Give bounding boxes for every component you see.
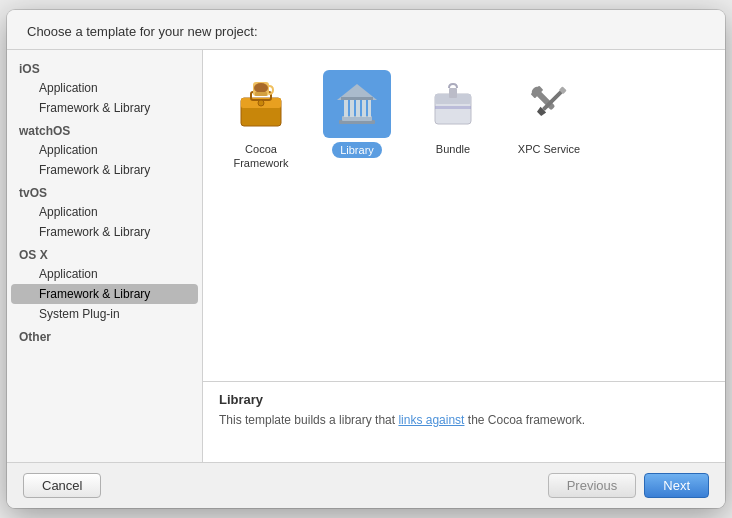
sidebar-item-tv-application[interactable]: Application	[11, 202, 198, 222]
template-grid: Cocoa Framework Library Bundle	[203, 50, 725, 382]
main-content: Cocoa Framework Library Bundle	[203, 50, 725, 462]
sidebar: iOSApplicationFramework & LibrarywatchOS…	[7, 50, 203, 462]
previous-button[interactable]: Previous	[548, 473, 637, 498]
cancel-button[interactable]: Cancel	[23, 473, 101, 498]
template-label-xpc-service: XPC Service	[518, 142, 580, 156]
template-label-cocoa-framework: Cocoa Framework	[233, 142, 288, 171]
svg-point-5	[254, 83, 268, 93]
template-label-library: Library	[332, 142, 382, 158]
sidebar-group-ios: iOS	[7, 56, 202, 78]
template-icon-bundle	[419, 70, 487, 138]
template-icon-xpc-service	[515, 70, 583, 138]
svg-rect-9	[344, 98, 348, 117]
svg-rect-11	[356, 98, 360, 117]
description-text-before: This template builds a library that	[219, 413, 398, 427]
sidebar-item-tv-framework[interactable]: Framework & Library	[11, 222, 198, 242]
footer-right: Previous Next	[548, 473, 709, 498]
sidebar-item-osx-framework[interactable]: Framework & Library	[11, 284, 198, 304]
description-text: This template builds a library that link…	[219, 411, 709, 429]
sidebar-item-ios-application[interactable]: Application	[11, 78, 198, 98]
dialog-body: iOSApplicationFramework & LibrarywatchOS…	[7, 50, 725, 462]
svg-rect-13	[368, 98, 371, 117]
svg-rect-6	[255, 92, 267, 96]
template-item-xpc-service[interactable]: XPC Service	[507, 64, 591, 162]
description-title: Library	[219, 392, 709, 407]
description-link[interactable]: links against	[398, 413, 464, 427]
main-dialog: Choose a template for your new project: …	[7, 10, 725, 508]
description-text-after: the Cocoa framework.	[464, 413, 585, 427]
svg-rect-10	[350, 98, 354, 117]
sidebar-item-watch-application[interactable]: Application	[11, 140, 198, 160]
sidebar-group-watchos: watchOS	[7, 118, 202, 140]
template-item-cocoa-framework[interactable]: Cocoa Framework	[219, 64, 303, 177]
dialog-footer: Cancel Previous Next	[7, 462, 725, 508]
template-item-bundle[interactable]: Bundle	[411, 64, 495, 162]
sidebar-item-ios-framework[interactable]: Framework & Library	[11, 98, 198, 118]
svg-rect-18	[449, 88, 457, 98]
description-panel: Library This template builds a library t…	[203, 382, 725, 462]
sidebar-item-watch-framework[interactable]: Framework & Library	[11, 160, 198, 180]
sidebar-group-os-x: OS X	[7, 242, 202, 264]
template-icon-library	[323, 70, 391, 138]
sidebar-group-tvos: tvOS	[7, 180, 202, 202]
sidebar-group-other: Other	[7, 324, 202, 346]
header-label: Choose a template for your new project:	[27, 24, 258, 39]
svg-rect-19	[435, 106, 471, 109]
template-icon-cocoa-framework	[227, 70, 295, 138]
svg-rect-15	[341, 97, 373, 100]
sidebar-item-osx-plugin[interactable]: System Plug-in	[11, 304, 198, 324]
next-button[interactable]: Next	[644, 473, 709, 498]
dialog-header: Choose a template for your new project:	[7, 10, 725, 50]
template-label-bundle: Bundle	[436, 142, 470, 156]
template-item-library[interactable]: Library	[315, 64, 399, 164]
sidebar-item-osx-application[interactable]: Application	[11, 264, 198, 284]
svg-rect-12	[362, 98, 366, 117]
svg-point-3	[258, 100, 264, 106]
